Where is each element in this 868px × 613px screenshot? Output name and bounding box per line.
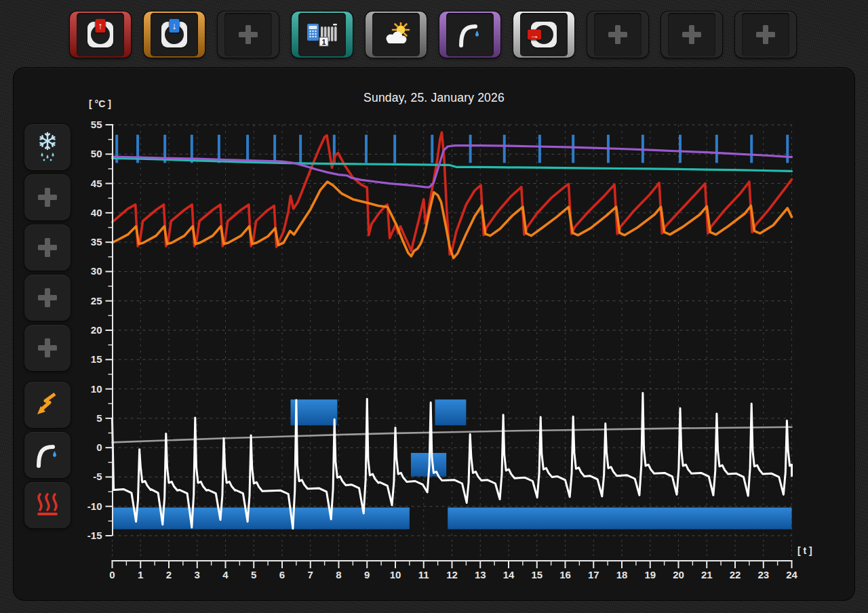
- plus-icon: [756, 25, 775, 44]
- snowflake-defrost-icon: [32, 132, 63, 163]
- add-slot-6-button[interactable]: [24, 224, 71, 271]
- charge-up-button[interactable]: ↑: [70, 12, 131, 58]
- add-slot-2-button[interactable]: [587, 12, 648, 58]
- add-slot-7-button[interactable]: [24, 275, 71, 321]
- sun-cloud-icon: [380, 22, 412, 47]
- charge-down-button[interactable]: ↓: [144, 12, 205, 58]
- heating-waves-icon: [33, 492, 62, 519]
- add-slot-3-button[interactable]: [661, 12, 722, 58]
- hot-water-side-button[interactable]: [24, 432, 71, 478]
- plus-icon: [239, 25, 258, 44]
- energy-lightning-icon: [34, 391, 61, 418]
- defrost-button[interactable]: [24, 124, 71, 170]
- add-slot-5-button[interactable]: [24, 174, 71, 220]
- plus-icon: [38, 288, 57, 307]
- add-slot-8-button[interactable]: [24, 325, 71, 371]
- power-up-icon: ↑: [87, 22, 113, 47]
- weather-button[interactable]: [366, 12, 427, 58]
- transfer-right-icon: →: [531, 22, 557, 47]
- chart-panel: [14, 68, 854, 600]
- water-tap-icon: [33, 441, 62, 469]
- heating-visualization-app: ↑↓ 1 → Sunday, 25. January 2026 [ °C ]: [0, 0, 868, 613]
- hot-water-button[interactable]: [439, 12, 500, 58]
- energy-button[interactable]: [24, 382, 71, 428]
- heating-button[interactable]: [24, 482, 71, 528]
- transfer-button[interactable]: →: [513, 12, 574, 58]
- chart-date-title: Sunday, 25. January 2026: [14, 91, 854, 105]
- heating-circuit-1-button[interactable]: 1: [292, 12, 353, 58]
- plus-icon: [608, 25, 627, 44]
- add-slot-1-button[interactable]: [218, 12, 279, 58]
- plus-icon: [38, 338, 57, 357]
- calculator-radiator-icon: 1: [307, 21, 338, 48]
- plus-icon: [38, 188, 57, 207]
- add-slot-4-button[interactable]: [735, 12, 796, 58]
- x-axis-unit-label: [ t ]: [797, 545, 812, 556]
- plus-icon: [682, 25, 701, 44]
- y-axis-unit-label: [ °C ]: [89, 98, 111, 109]
- water-tap-icon: [456, 20, 484, 49]
- power-down-icon: ↓: [161, 22, 187, 47]
- svg-text:1: 1: [321, 38, 326, 46]
- plus-icon: [38, 238, 57, 257]
